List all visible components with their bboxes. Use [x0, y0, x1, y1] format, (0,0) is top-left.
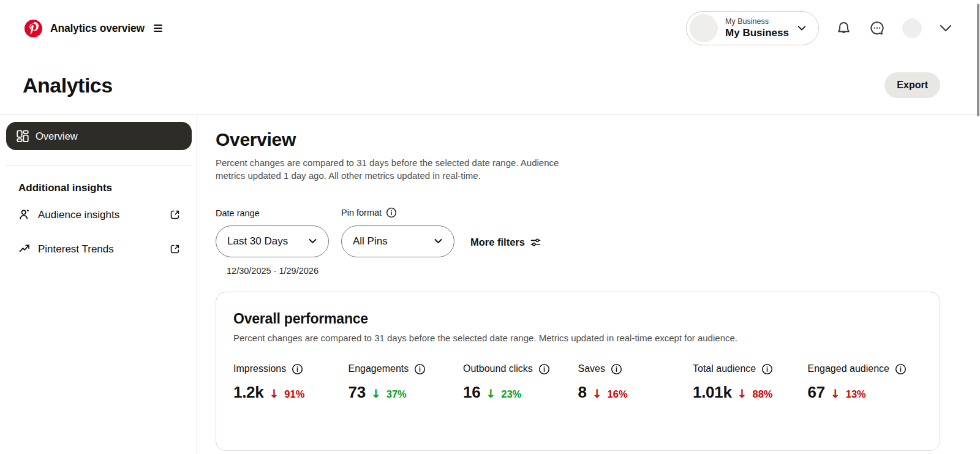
- page-header: Analytics Export: [0, 56, 980, 114]
- sidebar-divider: [6, 165, 190, 165]
- info-icon[interactable]: [386, 207, 397, 218]
- trends-icon: [18, 243, 32, 255]
- metric-label: Total audience: [693, 363, 756, 374]
- info-icon[interactable]: [895, 363, 907, 375]
- metric-label: Engaged audience: [808, 363, 889, 374]
- metric-arrow-icon: ↓: [269, 387, 279, 400]
- chevron-down-icon: [307, 236, 318, 246]
- metric-change: 16%: [608, 388, 628, 400]
- top-bar-right: My Business My Business: [686, 11, 953, 45]
- metric-column: Saves 8 ↓ 16%: [578, 363, 693, 402]
- messages-button[interactable]: [869, 20, 886, 37]
- pin-format-group: Pin format All Pins: [341, 207, 454, 257]
- user-avatar[interactable]: [902, 18, 922, 38]
- scrollbar-thumb[interactable]: [977, 4, 979, 116]
- metric-arrow-icon: ↓: [592, 387, 602, 400]
- metric-column: Total audience 1.01k ↓ 88%: [693, 363, 808, 402]
- sidebar-item-label: Pinterest Trends: [38, 243, 169, 255]
- metric-label: Engagements: [349, 363, 409, 374]
- metric-value: 1.01k: [693, 383, 732, 402]
- account-texts: My Business My Business: [725, 17, 789, 40]
- content-area: Overview Additional insights Audience in…: [0, 114, 980, 454]
- metric-change: 13%: [846, 388, 866, 400]
- top-bar: Analytics overview My Business My Busine…: [0, 0, 980, 56]
- chevron-down-icon: [796, 23, 807, 34]
- metric-value: 1.2k: [233, 383, 263, 402]
- menu-icon[interactable]: [154, 25, 162, 32]
- chat-bubble-icon: [869, 20, 886, 37]
- overview-description: Percent changes are compared to 31 days …: [216, 156, 583, 183]
- metric-column: Engaged audience 67 ↓ 13%: [808, 363, 923, 402]
- chevron-down-icon: [433, 236, 443, 246]
- app-title: Analytics overview: [50, 22, 145, 35]
- sidebar-item-pinterest-trends[interactable]: Pinterest Trends: [0, 235, 197, 263]
- date-range-value: Last 30 Days: [227, 235, 288, 248]
- filter-sliders-icon: [530, 236, 541, 248]
- info-icon[interactable]: [292, 363, 303, 375]
- external-link-icon: [169, 243, 181, 255]
- pinterest-logo-icon[interactable]: [24, 20, 42, 37]
- page-title: Analytics: [23, 74, 113, 97]
- audience-icon: [18, 208, 32, 221]
- info-icon[interactable]: [538, 363, 550, 375]
- sidebar-item-audience-insights[interactable]: Audience insights: [0, 201, 197, 229]
- info-icon[interactable]: [611, 363, 622, 375]
- pin-format-value: All Pins: [353, 235, 388, 248]
- account-switcher[interactable]: My Business My Business: [686, 11, 819, 45]
- metric-value: 8: [578, 383, 587, 402]
- overall-performance-card: Overall performance Percent changes are …: [216, 292, 940, 451]
- metric-change: 37%: [386, 388, 407, 400]
- filters-row: Date range Last 30 Days Pin format: [216, 207, 940, 257]
- main-panel: Overview Percent changes are compared to…: [197, 115, 980, 454]
- sidebar-item-overview[interactable]: Overview: [6, 122, 192, 150]
- metrics-row: Impressions 1.2k ↓ 91% Engagements: [233, 363, 922, 402]
- date-range-group: Date range Last 30 Days: [216, 208, 329, 257]
- metric-column: Engagements 73 ↓ 37%: [349, 363, 464, 402]
- metric-change: 23%: [501, 388, 521, 400]
- sidebar: Overview Additional insights Audience in…: [0, 115, 197, 454]
- metric-change: 91%: [284, 388, 304, 400]
- pin-format-label: Pin format: [341, 208, 382, 218]
- metric-label: Impressions: [233, 363, 286, 374]
- top-bar-left: Analytics overview: [24, 20, 162, 37]
- account-eyebrow: My Business: [725, 17, 789, 27]
- sidebar-item-label: Audience insights: [38, 209, 169, 221]
- bell-icon: [835, 20, 852, 37]
- metric-arrow-icon: ↓: [371, 387, 381, 400]
- info-icon[interactable]: [761, 363, 773, 375]
- metric-label: Outbound clicks: [463, 363, 533, 374]
- metric-value: 67: [808, 383, 825, 402]
- metric-arrow-icon: ↓: [737, 387, 747, 400]
- external-link-icon: [169, 209, 181, 221]
- account-menu-button[interactable]: [938, 21, 953, 36]
- metric-column: Outbound clicks 16 ↓ 23%: [463, 363, 578, 402]
- more-filters-label: More filters: [470, 236, 525, 248]
- metric-arrow-icon: ↓: [831, 387, 840, 400]
- metric-column: Impressions 1.2k ↓ 91%: [233, 363, 349, 402]
- sidebar-section-heading: Additional insights: [18, 182, 197, 194]
- pinterest-analytics-page: Analytics overview My Business My Busine…: [0, 0, 980, 454]
- export-button[interactable]: Export: [884, 72, 940, 98]
- date-range-label: Date range: [216, 208, 329, 218]
- metric-arrow-icon: ↓: [486, 387, 496, 400]
- sidebar-item-label: Overview: [36, 131, 78, 142]
- date-range-caption: 12/30/2025 - 1/29/2026: [227, 266, 940, 276]
- pin-format-dropdown[interactable]: All Pins: [341, 225, 454, 257]
- card-title: Overall performance: [233, 311, 922, 327]
- metric-label: Saves: [578, 363, 605, 374]
- metric-value: 16: [463, 383, 480, 402]
- more-filters-button[interactable]: More filters: [470, 236, 541, 248]
- overview-grid-icon: [16, 129, 29, 143]
- date-range-dropdown[interactable]: Last 30 Days: [216, 225, 329, 257]
- overview-heading: Overview: [216, 129, 940, 150]
- info-icon[interactable]: [414, 363, 426, 375]
- card-subtitle: Percent changes are compared to 31 days …: [233, 333, 922, 343]
- metric-change: 88%: [753, 388, 773, 400]
- account-name: My Business: [725, 26, 789, 39]
- notifications-button[interactable]: [835, 20, 852, 37]
- business-avatar: [690, 14, 718, 42]
- chevron-down-icon: [938, 21, 953, 36]
- metric-value: 73: [349, 383, 366, 402]
